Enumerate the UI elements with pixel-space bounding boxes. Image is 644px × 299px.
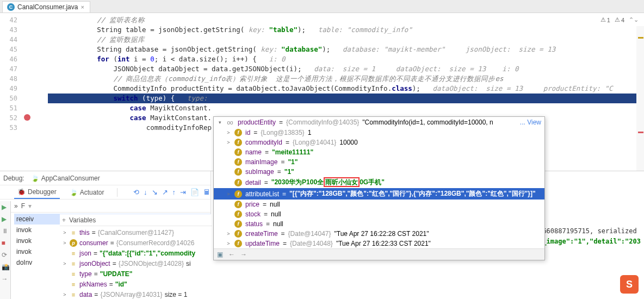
frames-header: » F ▾: [0, 200, 210, 213]
var-name: productEntity: [238, 119, 276, 126]
field-icon: f: [234, 240, 242, 247]
bug-icon: 🐞: [17, 188, 26, 196]
java-class-icon: C: [7, 3, 15, 11]
line-number-gutter: 424344454647484950515253: [0, 13, 22, 171]
field-icon: f: [234, 148, 242, 156]
back-icon[interactable]: ←: [228, 251, 235, 258]
view-link[interactable]: ... View: [520, 119, 541, 126]
step-icon[interactable]: ⇥: [180, 188, 186, 196]
warning-icon: ⚠: [615, 16, 620, 23]
file-tab-label: CanalConsumer.java: [17, 3, 78, 11]
popup-field-row[interactable]: >fattributeList = "[{"内存":"128GB","颜色":"…: [214, 188, 544, 200]
field-icon: f: [234, 230, 242, 238]
variable-row[interactable]: >≡data = {JSONArray@14031} size = 1: [62, 289, 212, 299]
variable-row[interactable]: ≡pkNames = "id": [62, 279, 212, 289]
field-icon: f: [234, 201, 242, 208]
param-icon: p: [70, 239, 77, 247]
toolbar-icon[interactable]: ▶: [2, 215, 9, 223]
chevron-icon[interactable]: >: [226, 231, 231, 236]
editor-tab-bar: C CanalConsumer.java ×: [0, 0, 644, 13]
chevron-icon[interactable]: >: [226, 241, 231, 246]
popup-field-row[interactable]: fmainImage = "1": [214, 157, 544, 167]
toolbar-icon[interactable]: →: [2, 275, 9, 283]
tab-debugger[interactable]: 🐞 Debugger: [14, 186, 60, 199]
object-icon: oo: [226, 119, 234, 126]
chevron-icon[interactable]: >: [226, 191, 231, 197]
popup-field-row[interactable]: fstock = null: [214, 209, 544, 219]
field-icon: ≡: [70, 229, 77, 236]
popup-field-row[interactable]: fsubImage = "1": [214, 167, 544, 177]
close-icon[interactable]: ×: [81, 4, 84, 10]
field-icon: ≡: [70, 270, 77, 278]
variables-pane: + Variables >≡this = {CanalConsumer@1142…: [60, 214, 212, 299]
inline-hints-right: = 1660887195715, serialized sub_image":"…: [531, 227, 641, 248]
field-icon: ≡: [70, 260, 77, 267]
toolbar-icon[interactable]: ⟳: [2, 251, 9, 259]
toolbar-icon[interactable]: 📸: [2, 263, 9, 271]
field-icon: ≡: [70, 281, 77, 288]
debug-header: Debug: 🍃 AppCanalConsumer: [0, 171, 210, 185]
tab-actuator[interactable]: 🍃 Actuator: [66, 186, 108, 198]
inline-debugger-popup[interactable]: ▾ oo productEntity = {CommodityInfo@1403…: [213, 116, 545, 260]
field-icon: ≡: [70, 250, 77, 257]
step-toolbar: ⟲↓↘↗↑⇥📄🖩: [133, 188, 210, 196]
field-icon: ≡: [70, 291, 77, 298]
frames-opener[interactable]: »: [14, 202, 18, 210]
plus-icon[interactable]: +: [62, 216, 66, 224]
popup-field-row[interactable]: >fcreateTime = {Date@14047} "Tue Apr 27 …: [214, 229, 544, 239]
watermark-icon: S: [620, 275, 639, 294]
popup-field-row[interactable]: fname = "meite11111": [214, 147, 544, 157]
step-icon[interactable]: 📄: [190, 188, 199, 196]
popup-field-row[interactable]: fstatus = null: [214, 219, 544, 229]
chevron-down-icon[interactable]: ▾: [217, 120, 222, 125]
step-icon[interactable]: ↗: [162, 188, 168, 196]
step-icon[interactable]: ↘: [152, 188, 158, 196]
variable-row[interactable]: >≡jsonObject = {JSONObject@14028} si: [62, 258, 212, 269]
step-icon[interactable]: ⟲: [133, 188, 139, 196]
leaf-icon: 🍃: [70, 189, 78, 196]
field-icon: f: [234, 190, 242, 198]
popup-field-row[interactable]: fdetail = "2030华为P100全雨昕小仙女0G手机": [214, 177, 544, 188]
debug-tabs: 🐞 Debugger 🍃 Actuator ⟲↓↘↗↑⇥📄🖩: [0, 185, 210, 200]
step-icon[interactable]: ↓: [144, 188, 147, 196]
forward-icon[interactable]: →: [240, 251, 247, 258]
variable-row[interactable]: ≡json = "{"data":[{"id":"1","commodity: [62, 248, 212, 258]
spring-icon: 🍃: [31, 175, 39, 182]
chevron-icon[interactable]: >: [226, 130, 231, 135]
inspection-summary[interactable]: ⚠1 ⚠4 ⌃⌄: [600, 16, 639, 23]
popup-header-row[interactable]: ▾ oo productEntity = {CommodityInfo@1403…: [214, 117, 544, 128]
variable-row[interactable]: >pconsumer = {ConsumerRecord@14026: [62, 238, 212, 248]
variables-header: + Variables: [60, 214, 212, 226]
file-tab[interactable]: C CanalConsumer.java ×: [2, 1, 90, 13]
set-value-icon[interactable]: ▣: [217, 251, 223, 258]
popup-field-row[interactable]: >fupdateTime = {Date@14048} "Tue Apr 27 …: [214, 239, 544, 248]
debug-label: Debug:: [3, 175, 24, 182]
popup-toolbar: ▣ ← →: [214, 248, 544, 260]
debug-side-toolbar: ▶▶⏸■⟳📸→: [0, 201, 11, 299]
step-icon[interactable]: ↑: [172, 188, 176, 196]
toolbar-icon[interactable]: ⏸: [2, 227, 9, 235]
toolbar-icon[interactable]: ■: [2, 239, 9, 247]
popup-field-row[interactable]: >fcommodityId = {Long@14041} 10000: [214, 138, 544, 147]
field-icon: f: [234, 139, 242, 146]
variables-tree[interactable]: >≡this = {CanalConsumer@11427}>pconsumer…: [60, 226, 212, 299]
run-config-name[interactable]: AppCanalConsumer: [41, 175, 100, 182]
popup-field-row[interactable]: fprice = null: [214, 200, 544, 209]
variable-row[interactable]: >≡this = {CanalConsumer@11427}: [62, 227, 212, 238]
error-stripe[interactable]: [636, 26, 644, 184]
field-icon: f: [234, 158, 242, 166]
field-icon: f: [234, 168, 242, 176]
field-icon: f: [234, 179, 242, 186]
breakpoint-icon[interactable]: [24, 114, 30, 121]
step-icon[interactable]: 🖩: [203, 188, 210, 196]
frames-label: F: [21, 202, 25, 210]
chevron-icon[interactable]: >: [226, 140, 231, 145]
popup-field-row[interactable]: >fid = {Long@13835} 1: [214, 128, 544, 138]
field-icon: f: [234, 129, 242, 136]
variable-row[interactable]: ≡type = "UPDATE": [62, 269, 212, 279]
chevron-icon[interactable]: ⌃⌄: [629, 16, 639, 23]
warning-icon: ⚠: [600, 16, 606, 23]
toolbar-icon[interactable]: ▶: [2, 203, 9, 211]
field-icon: f: [234, 220, 242, 228]
gutter-marks: [22, 13, 48, 171]
